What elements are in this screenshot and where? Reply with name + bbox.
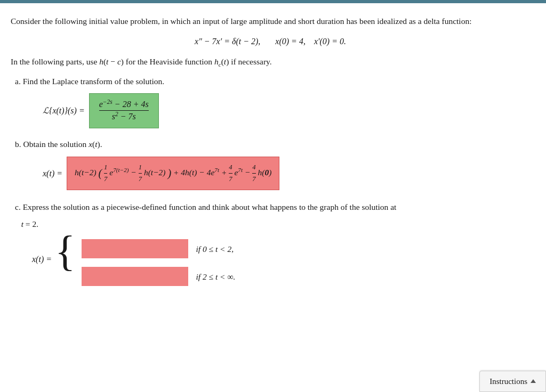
top-bar <box>0 0 546 3</box>
piecewise-condition-1: if 0 ≤ t < 2, <box>196 243 234 255</box>
piecewise-condition-2: if 2 ≤ t < ∞. <box>196 271 235 283</box>
part-a-label: a. Find the Laplace transform of the sol… <box>15 75 530 87</box>
note-text: In the following parts, use h(t − c) for… <box>11 55 530 68</box>
intro-text: Consider the following initial value pro… <box>11 15 530 28</box>
piecewise-label: x(t) = <box>32 253 52 266</box>
part-b-red-box: h(t−2) ( 1 7 e7(t−2) − 1 7 h(t−2) ) + 4h… <box>67 157 279 190</box>
part-a-denominator: s2 − 7s <box>112 111 136 123</box>
part-b-label-eq: x(t) = <box>43 167 62 180</box>
part-a-label-eq: ℒ{x(t)}(s) = <box>43 104 85 117</box>
center-equation: x″ − 7x′ = δ(t − 2), x(0) = 4, x′(0) = 0… <box>11 35 530 48</box>
part-b-answer: x(t) = h(t−2) ( 1 7 e7(t−2) − 1 7 h(t−2)… <box>43 157 530 190</box>
piecewise-block: x(t) = { if 0 ≤ t < 2, if 2 ≤ t < ∞. <box>32 237 530 286</box>
piecewise-rows: if 0 ≤ t < 2, if 2 ≤ t < ∞. <box>82 239 235 286</box>
page: Consider the following initial value pro… <box>0 0 546 392</box>
instructions-label: Instructions <box>489 375 527 388</box>
content: Consider the following initial value pro… <box>11 15 530 286</box>
part-c-label2: t = 2. <box>15 218 530 231</box>
part-a-numerator: e−2s − 28 + 4s <box>99 99 149 111</box>
part-c-label: c. Express the solution as a piecewise-d… <box>15 201 530 214</box>
part-b-label: b. Obtain the solution x(t). <box>15 138 530 150</box>
piecewise-row-1: if 0 ≤ t < 2, <box>82 239 235 258</box>
piecewise-brace: { <box>55 232 75 270</box>
piecewise-box-1 <box>82 239 188 258</box>
part-a-green-box: e−2s − 28 + 4s s2 − 7s <box>89 93 159 129</box>
chevron-up-icon <box>531 379 536 383</box>
instructions-button[interactable]: Instructions <box>479 371 546 393</box>
part-a-fraction: e−2s − 28 + 4s s2 − 7s <box>99 99 149 123</box>
piecewise-box-2 <box>82 267 188 286</box>
piecewise-row-2: if 2 ≤ t < ∞. <box>82 267 235 286</box>
part-a-answer: ℒ{x(t)}(s) = e−2s − 28 + 4s s2 − 7s <box>43 93 530 129</box>
